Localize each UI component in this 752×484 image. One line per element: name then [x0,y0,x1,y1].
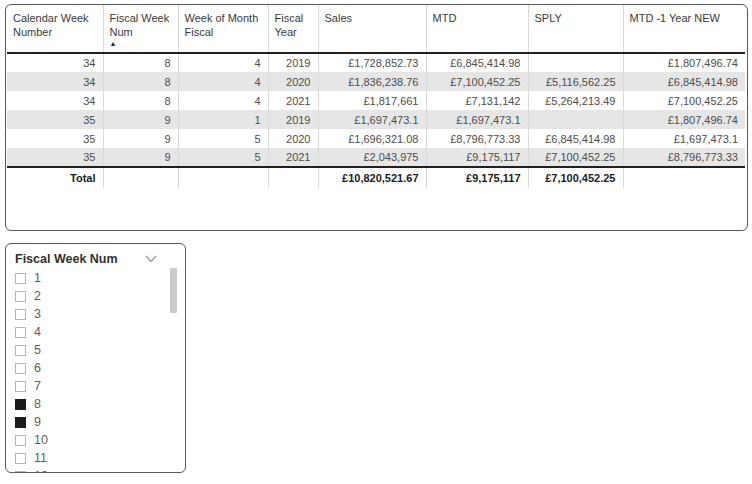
table-cell: 8 [103,72,178,91]
checkbox-unchecked-icon[interactable] [15,309,26,320]
table-cell: 35 [7,110,103,129]
column-header-fiscal-year[interactable]: Fiscal Year [268,5,318,53]
table-header-row: Calendar Week NumberFiscal Week Num▲Week… [7,5,745,53]
table-cell: £8,796,773.33 [623,148,745,167]
table-cell: £1,836,238.76 [318,72,426,91]
checkbox-unchecked-icon[interactable] [15,363,26,374]
slicer-item-1[interactable]: 1 [6,269,185,287]
table-cell: £7,100,452.25 [426,72,528,91]
table-cell: £5,264,213.49 [528,91,623,110]
column-header-label: Sales [325,12,353,24]
checkbox-checked-icon[interactable] [15,417,26,428]
table-cell: 9 [103,129,178,148]
column-header-label: Calendar Week Number [13,12,89,38]
slicer-item-label: 1 [34,269,41,287]
column-header-sply[interactable]: SPLY [528,5,623,53]
table-cell: £8,796,773.33 [426,129,528,148]
column-header-mtd-1-year-new[interactable]: MTD -1 Year NEW [623,5,745,53]
table-row: 34842021£1,817,661£7,131,142£5,264,213.4… [7,91,745,110]
table-cell: £9,175,117 [426,148,528,167]
checkbox-checked-icon[interactable] [15,399,26,410]
slicer-header: Fiscal Week Num [6,244,185,267]
table-cell: £1,728,852.73 [318,53,426,72]
table-cell: 2020 [268,72,318,91]
slicer-item-label: 12 [34,467,48,472]
table-cell: 34 [7,91,103,110]
table-cell: £1,807,496.74 [623,53,745,72]
checkbox-unchecked-icon[interactable] [15,291,26,302]
slicer-item-3[interactable]: 3 [6,305,185,323]
slicer-item-label: 6 [34,359,41,377]
table-footer: Total£10,820,521.67£9,175,117£7,100,452.… [7,167,745,188]
slicer-item-8[interactable]: 8 [6,395,185,413]
checkbox-unchecked-icon[interactable] [15,327,26,338]
slicer-item-label: 10 [34,431,48,449]
total-cell [268,167,318,188]
slicer-item-10[interactable]: 10 [6,431,185,449]
slicer-item-label: 9 [34,413,41,431]
checkbox-unchecked-icon[interactable] [15,471,26,473]
table-cell: 2021 [268,91,318,110]
column-header-calendar-week-number[interactable]: Calendar Week Number [7,5,103,53]
table-cell: £6,845,414.98 [426,53,528,72]
table-cell [528,110,623,129]
checkbox-unchecked-icon[interactable] [15,273,26,284]
table-cell: 5 [178,129,268,148]
checkbox-unchecked-icon[interactable] [15,435,26,446]
table-cell: £7,100,452.25 [623,91,745,110]
table-cell: 2019 [268,110,318,129]
sort-ascending-icon: ▲ [110,40,172,47]
table-cell: £6,845,414.98 [623,72,745,91]
slicer-item-7[interactable]: 7 [6,377,185,395]
checkbox-unchecked-icon[interactable] [15,381,26,392]
table-cell: £2,043,975 [318,148,426,167]
table-cell: 2019 [268,53,318,72]
table-cell: 2020 [268,129,318,148]
table-row: 35952020£1,696,321.08£8,796,773.33£6,845… [7,129,745,148]
total-cell: £10,820,521.67 [318,167,426,188]
table-cell: £5,116,562.25 [528,72,623,91]
table-cell: £1,697,473.1 [426,110,528,129]
slicer-item-11[interactable]: 11 [6,449,185,467]
table-row: 35912019£1,697,473.1£1,697,473.1£1,807,4… [7,110,745,129]
total-cell: Total [7,167,103,188]
column-header-fiscal-week-num[interactable]: Fiscal Week Num▲ [103,5,178,53]
slicer-item-6[interactable]: 6 [6,359,185,377]
slicer-item-5[interactable]: 5 [6,341,185,359]
data-table: Calendar Week NumberFiscal Week Num▲Week… [7,5,745,188]
slicer-list: 123456789101112 [6,267,185,472]
column-header-sales[interactable]: Sales [318,5,426,53]
total-cell: £7,100,452.25 [528,167,623,188]
table-cell: 9 [103,110,178,129]
slicer-item-2[interactable]: 2 [6,287,185,305]
table-body: 34842019£1,728,852.73£6,845,414.98£1,807… [7,53,745,167]
column-header-label: Fiscal Year [275,12,304,38]
scrollbar-thumb[interactable] [170,268,177,313]
table-row: 34842020£1,836,238.76£7,100,452.25£5,116… [7,72,745,91]
slicer-item-12[interactable]: 12 [6,467,185,472]
slicer-item-label: 5 [34,341,41,359]
slicer-item-label: 4 [34,323,41,341]
table-cell: 9 [103,148,178,167]
table-cell: £1,807,496.74 [623,110,745,129]
column-header-label: Week of Month Fiscal [185,12,259,38]
slicer-item-9[interactable]: 9 [6,413,185,431]
column-header-mtd[interactable]: MTD [426,5,528,53]
table-cell: £1,817,661 [318,91,426,110]
table-header: Calendar Week NumberFiscal Week Num▲Week… [7,5,745,53]
table-cell: 35 [7,129,103,148]
table-cell: £1,697,473.1 [318,110,426,129]
table-cell: 1 [178,110,268,129]
table-cell: 34 [7,72,103,91]
chevron-down-icon[interactable] [145,255,157,263]
table-cell: 35 [7,148,103,167]
slicer-item-label: 7 [34,377,41,395]
slicer-item-4[interactable]: 4 [6,323,185,341]
column-header-week-of-month-fiscal[interactable]: Week of Month Fiscal [178,5,268,53]
table-total-row: Total£10,820,521.67£9,175,117£7,100,452.… [7,167,745,188]
table-cell: 4 [178,53,268,72]
checkbox-unchecked-icon[interactable] [15,453,26,464]
total-cell [623,167,745,188]
checkbox-unchecked-icon[interactable] [15,345,26,356]
slicer-title: Fiscal Week Num [15,252,118,266]
